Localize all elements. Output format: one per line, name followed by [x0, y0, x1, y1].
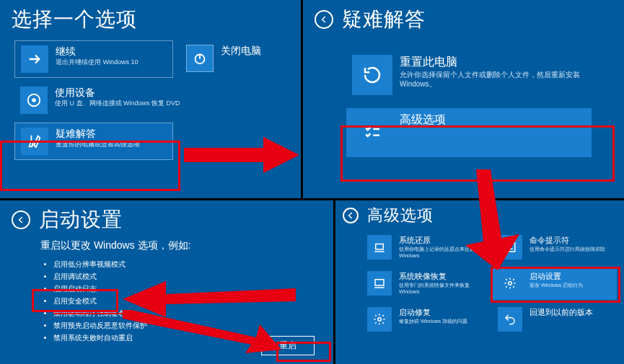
option-rollback[interactable]: 回退到以前的版本: [492, 303, 617, 336]
list-item: 禁用预先启动反恶意软件保护: [53, 319, 316, 332]
panel-choose-option: 选择一个选项 继续 退出并继续使用 Windows 10 关闭电脑: [0, 0, 301, 198]
restart-button[interactable]: 重启: [261, 336, 315, 355]
restore-icon: [367, 235, 392, 259]
screen-title: 高级选项: [367, 205, 434, 226]
option-startup-settings[interactable]: 启动设置更改 Windows 启动行为: [492, 267, 617, 300]
option-desc: 允许你选择保留个人文件或删除个人文件，然后重新安装 Windows。: [400, 70, 587, 89]
svg-rect-3: [376, 244, 384, 250]
option-desc: 修复妨碍 Windows 加载的问题: [399, 318, 467, 324]
option-desc: 更改 Windows 启动行为: [529, 282, 583, 288]
option-label: 继续: [56, 45, 139, 58]
screen-title: 启动设置: [39, 206, 123, 234]
panel-troubleshoot: 疑难解答 重置此电脑 允许你选择保留个人文件或删除个人文件，然后重新安装 Win…: [303, 0, 624, 198]
option-desc: 使用专门的系统映像文件来恢复 Windows: [399, 282, 480, 295]
list-icon: [352, 112, 392, 153]
back-button[interactable]: [343, 208, 359, 223]
disc-icon: [20, 86, 48, 114]
reset-icon: [352, 55, 392, 95]
gear-icon: [498, 271, 522, 296]
option-continue[interactable]: 继续 退出并继续使用 Windows 10: [14, 40, 173, 78]
option-label: 疑难解答: [56, 128, 140, 141]
svg-rect-5: [375, 280, 384, 285]
option-desc: 使用你电脑上记录的还原点来还原 Windows: [399, 246, 480, 259]
option-command-prompt[interactable]: 命令提示符使用命令提示符进行高级故障排除: [492, 231, 617, 264]
option-reset-pc[interactable]: 重置此电脑 允许你选择保留个人文件或删除个人文件，然后重新安装 Windows。: [346, 50, 602, 99]
screen-title: 疑难解答: [342, 6, 426, 33]
option-label: 回退到以前的版本: [529, 307, 593, 318]
gear-icon: [367, 307, 392, 332]
list-item: 禁用驱动程序强制签名: [53, 307, 316, 319]
option-desc: 使用命令提示符进行高级故障排除: [529, 246, 605, 252]
option-use-device[interactable]: 使用设备 使用 U 盘、网络连接或 Windows 恢复 DVD: [14, 82, 286, 118]
svg-point-2: [32, 99, 35, 102]
list-item: 启用低分辨率视频模式: [53, 258, 316, 270]
panel-advanced-options: 高级选项 系统还原使用你电脑上记录的还原点来还原 Windows 命令提示符使用…: [335, 200, 624, 364]
option-troubleshoot[interactable]: 疑难解答 重置你的电脑或查看高级选项: [14, 123, 173, 160]
startup-subhead: 重启以更改 Windows 选项，例如:: [40, 239, 316, 252]
option-desc: 重置你的电脑或查看高级选项: [56, 141, 140, 149]
option-desc: 使用 U 盘、网络连接或 Windows 恢复 DVD: [55, 99, 180, 108]
image-recovery-icon: [367, 271, 392, 296]
option-desc: 退出并继续使用 Windows 10: [56, 58, 139, 67]
option-shutdown[interactable]: 关闭电脑: [180, 40, 267, 78]
list-item: 启用安全模式: [53, 295, 316, 307]
arrow-right-icon: [21, 45, 48, 73]
option-label: 高级选项: [400, 112, 446, 128]
list-item: 启用启动日志: [53, 283, 316, 295]
option-label: 启动设置: [529, 271, 583, 282]
svg-point-6: [509, 282, 512, 285]
panel-startup-settings: 启动设置 重启以更改 Windows 选项，例如: 启用低分辨率视频模式 启用调…: [0, 200, 333, 364]
option-startup-repair[interactable]: 启动修复修复妨碍 Windows 加载的问题: [361, 303, 486, 336]
option-label: 系统还原: [399, 235, 480, 246]
startup-option-list: 启用低分辨率视频模式 启用调试模式 启用启动日志 启用安全模式 禁用驱动程序强制…: [40, 258, 316, 344]
terminal-icon: [498, 235, 522, 259]
rollback-icon: [498, 307, 522, 332]
option-label: 关闭电脑: [221, 45, 261, 58]
option-advanced[interactable]: 高级选项: [346, 108, 592, 157]
back-button[interactable]: [12, 210, 30, 229]
tools-icon: [21, 128, 48, 155]
power-icon: [186, 45, 214, 72]
option-system-image[interactable]: 系统映像恢复使用专门的系统映像文件来恢复 Windows: [361, 267, 486, 300]
list-item: 启用调试模式: [53, 270, 316, 283]
option-label: 使用设备: [55, 86, 180, 99]
back-button[interactable]: [315, 10, 333, 29]
svg-rect-4: [505, 243, 515, 252]
screen-title: 选择一个选项: [12, 6, 137, 33]
option-system-restore[interactable]: 系统还原使用你电脑上记录的还原点来还原 Windows: [361, 231, 486, 264]
option-label: 重置此电脑: [400, 55, 587, 70]
option-label: 启动修复: [399, 307, 467, 318]
svg-point-7: [378, 318, 382, 321]
option-label: 命令提示符: [529, 235, 605, 246]
option-label: 系统映像恢复: [399, 271, 480, 282]
